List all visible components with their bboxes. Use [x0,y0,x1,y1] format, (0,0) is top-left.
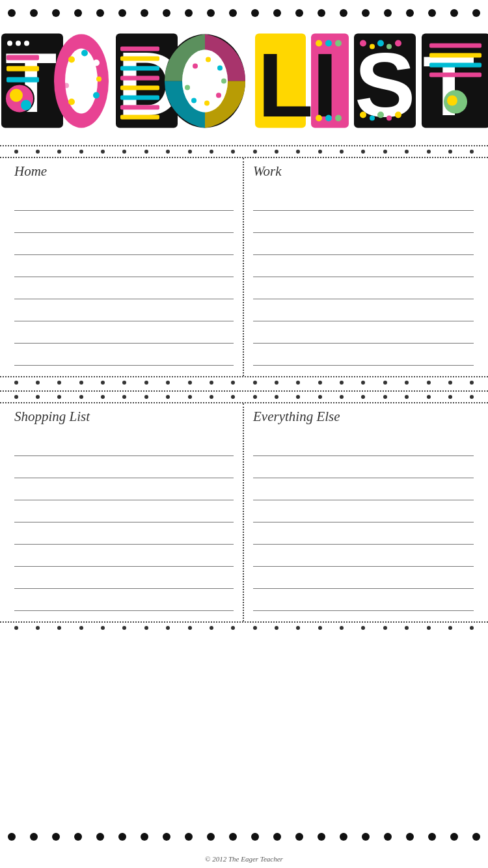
dot [210,626,213,630]
work-line-7[interactable] [253,321,474,344]
dot [362,9,370,17]
everything-line-8[interactable] [253,589,474,611]
dot [427,381,431,385]
svg-point-47 [316,40,322,47]
shopping-line-1[interactable] [14,434,234,456]
dot [188,381,192,385]
svg-rect-68 [429,53,481,58]
shopping-line-3[interactable] [14,478,234,500]
dot [428,9,436,17]
svg-point-38 [221,79,226,84]
svg-point-21 [64,83,69,88]
work-line-8[interactable] [253,344,474,366]
svg-point-49 [335,40,342,47]
svg-point-50 [316,115,322,122]
home-line-2[interactable] [14,211,234,233]
svg-point-36 [206,57,211,62]
home-line-7[interactable] [14,321,234,344]
dot [470,150,474,154]
dot [253,626,257,630]
svg-point-40 [204,101,210,106]
dot [101,150,105,154]
dot [472,9,480,17]
svg-rect-67 [429,44,481,48]
svg-rect-69 [429,63,481,68]
svg-point-58 [386,44,392,49]
everything-section: Everything Else [244,403,483,621]
everything-line-3[interactable] [253,478,474,500]
everything-line-7[interactable] [253,567,474,589]
dot [118,833,126,841]
dot [470,381,474,385]
svg-rect-25 [120,57,159,61]
home-line-8[interactable] [14,344,234,366]
everything-line-1[interactable] [253,434,474,456]
shopping-line-6[interactable] [14,545,234,567]
dot [141,9,148,17]
everything-line-2[interactable] [253,456,474,478]
dot [36,395,40,399]
dot [340,381,344,385]
dot [340,833,347,841]
home-section: Home [5,158,244,376]
dot [406,9,414,17]
work-line-3[interactable] [253,233,474,255]
lower-sections: Shopping List Everything Else [0,390,488,633]
dot [163,9,170,17]
dot [253,381,257,385]
everything-line-4[interactable] [253,500,474,522]
dot [14,381,18,385]
dot [383,626,387,630]
svg-point-19 [82,103,87,108]
svg-point-72 [447,96,457,106]
svg-point-35 [193,64,198,69]
dot [207,833,215,841]
home-line-1[interactable] [14,189,234,211]
svg-point-60 [360,112,366,118]
svg-point-10 [21,100,31,111]
svg-rect-28 [120,86,159,90]
everything-line-6[interactable] [253,545,474,567]
home-line-6[interactable] [14,299,234,321]
shopping-line-2[interactable] [14,456,234,478]
svg-point-17 [96,77,102,82]
dot [122,381,126,385]
home-line-3[interactable] [14,233,234,255]
home-line-4[interactable] [14,255,234,277]
shopping-line-4[interactable] [14,500,234,522]
svg-rect-31 [120,115,159,120]
lower-inner-dots [0,392,488,403]
svg-point-51 [325,115,332,122]
everything-section-title: Everything Else [253,409,474,425]
dot [79,626,83,630]
dot [229,9,237,17]
svg-rect-26 [120,66,159,71]
dot [318,833,325,841]
dot [427,395,431,399]
svg-point-2 [7,41,12,46]
shopping-line-8[interactable] [14,589,234,611]
dot [144,626,148,630]
dot [450,9,458,17]
work-line-5[interactable] [253,277,474,299]
work-line-6[interactable] [253,299,474,321]
dot [251,9,259,17]
dot [231,395,235,399]
everything-line-5[interactable] [253,522,474,545]
work-line-2[interactable] [253,211,474,233]
shopping-line-5[interactable] [14,522,234,545]
dot [383,381,387,385]
dot [340,150,344,154]
dot [101,381,105,385]
dot [427,626,431,630]
shopping-line-7[interactable] [14,567,234,589]
work-line-1[interactable] [253,189,474,211]
dot [207,9,215,17]
dot [79,395,83,399]
dot [361,395,365,399]
svg-point-59 [395,40,401,47]
work-line-4[interactable] [253,255,474,277]
home-line-5[interactable] [14,277,234,299]
dot [405,626,409,630]
svg-point-64 [395,112,401,118]
